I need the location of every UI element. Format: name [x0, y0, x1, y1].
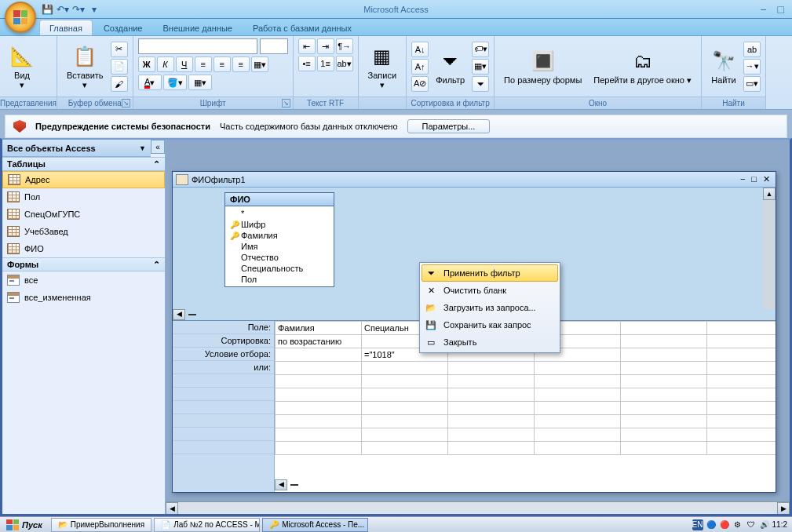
underline-button[interactable]: Ч	[176, 56, 193, 72]
undo-icon[interactable]: ↶▾	[57, 3, 69, 16]
clear-sort-button[interactable]: A⊘	[411, 76, 429, 92]
nav-table-item[interactable]: СпецОмГУПС	[2, 206, 165, 223]
ctx-load-from-query[interactable]: 📂 Загрузить из запроса...	[422, 299, 558, 316]
selection-filter-button[interactable]: 🏷▾	[472, 42, 489, 57]
copy-icon[interactable]: 📄	[111, 59, 128, 75]
tray-icon[interactable]: ⚙	[732, 519, 743, 530]
replace-button[interactable]: ab	[743, 42, 761, 57]
tab-create[interactable]: Создание	[94, 20, 152, 35]
fit-form-icon: 🔳	[531, 49, 556, 74]
taskbar-button[interactable]: 📄Лаб №2 по ACCESS - Mi...	[154, 518, 260, 532]
field-item[interactable]: 🔑Фамилия	[225, 230, 334, 241]
tab-home[interactable]: Главная	[39, 20, 93, 35]
field-item[interactable]: 🔑Шифр	[225, 219, 334, 230]
table-box-fio[interactable]: ФИО * 🔑Шифр🔑ФамилияИмяОтчествоСпециально…	[224, 192, 334, 287]
nav-section-forms[interactable]: Формы⌃	[2, 257, 165, 271]
italic-button[interactable]: К	[157, 56, 174, 72]
field-item[interactable]: Пол	[225, 274, 334, 285]
group-window: Окно	[495, 97, 701, 109]
nav-section-tables[interactable]: Таблицы⌃	[2, 157, 165, 171]
bullets-button[interactable]: •≡	[298, 56, 316, 71]
field-star[interactable]: *	[225, 208, 334, 219]
align-right-button[interactable]: ≡	[232, 56, 250, 72]
switch-window-button[interactable]: 🗂 Перейти в другое окно ▾	[589, 47, 696, 86]
main-workspace: Все объекты Access▼ « Таблицы⌃ АдресПолС…	[0, 138, 792, 516]
clipboard-launcher[interactable]: ↘	[122, 99, 130, 107]
paste-button[interactable]: 📋 Вставить▾	[62, 42, 108, 91]
alternate-fill-button[interactable]: ▦▾	[188, 75, 212, 90]
records-button[interactable]: ▦ Записи▾	[363, 42, 402, 91]
grid-hscroll-left[interactable]: ◀	[275, 479, 287, 490]
start-button[interactable]: Пуск	[0, 519, 49, 530]
ltr-button[interactable]: ¶→	[336, 38, 353, 54]
format-painter-icon[interactable]: 🖌	[111, 76, 128, 92]
subwin-minimize[interactable]: −	[738, 174, 747, 184]
advanced-filter-button[interactable]: ▦▾	[472, 59, 489, 75]
minimize-button[interactable]: −	[757, 3, 769, 16]
numbering-button[interactable]: 1≡	[317, 56, 334, 71]
font-size-input[interactable]	[260, 38, 288, 54]
ctx-close[interactable]: ▭ Закрыть	[422, 333, 558, 351]
taskbar-button[interactable]: 🔑Microsoft Access - Пе...	[262, 518, 368, 532]
ribbon-tabs: Главная Создание Внешние данные Работа с…	[0, 19, 792, 36]
toggle-filter-button[interactable]: ⏷	[472, 76, 489, 92]
tray-icon[interactable]: 🔵	[706, 519, 717, 530]
tray-icon[interactable]: 🔴	[719, 519, 730, 530]
goto-button[interactable]: →▾	[743, 59, 761, 75]
ctx-apply-filter[interactable]: ⏷ Применить фильтр	[422, 264, 558, 282]
view-button[interactable]: 📐 Вид▾	[5, 42, 39, 91]
office-button[interactable]	[5, 2, 36, 33]
sort-asc-button[interactable]: A↓	[411, 42, 429, 57]
sort-desc-button[interactable]: A↑	[411, 59, 429, 75]
diagram-hscroll-left[interactable]: ◀	[173, 309, 185, 320]
tray-icon[interactable]: 🔊	[759, 519, 770, 530]
field-item[interactable]: Специальность	[225, 263, 334, 274]
font-name-input[interactable]	[138, 38, 257, 54]
nav-table-item[interactable]: Адрес	[2, 171, 165, 188]
bold-button[interactable]: Ж	[138, 56, 155, 72]
select-button[interactable]: ▭▾	[743, 76, 761, 92]
fit-form-button[interactable]: 🔳 По размеру формы	[499, 47, 586, 86]
security-message: Часть содержимого базы данных отключено	[220, 122, 398, 131]
find-button[interactable]: 🔭 Найти	[706, 47, 741, 86]
highlight-button[interactable]: ab▾	[336, 56, 353, 71]
align-left-button[interactable]: ≡	[195, 56, 212, 72]
nav-form-item[interactable]: все_измененная	[2, 289, 165, 306]
filter-button[interactable]: ⏷ Фильтр	[431, 47, 469, 86]
nav-table-item[interactable]: УчебЗавед	[2, 223, 165, 240]
cut-icon[interactable]: ✂	[111, 42, 128, 57]
font-launcher[interactable]: ↘	[282, 99, 290, 107]
subwin-close[interactable]: ✕	[761, 174, 772, 184]
save-icon[interactable]: 💾	[41, 3, 53, 16]
nav-table-item[interactable]: Пол	[2, 188, 165, 206]
align-center-button[interactable]: ≡	[214, 56, 231, 72]
field-item[interactable]: Имя	[225, 241, 334, 252]
qat-customize-icon[interactable]: ▾	[88, 3, 100, 16]
taskbar-button[interactable]: 📂ПримерВыполнения	[51, 518, 151, 532]
field-item[interactable]: Отчество	[225, 252, 334, 263]
tray-icon[interactable]: 🛡	[746, 519, 757, 530]
subwin-titlebar[interactable]: ФИОфильтр1 − □ ✕	[173, 172, 776, 188]
diagram-vscroll[interactable]: ▲	[763, 188, 776, 309]
tab-external-data[interactable]: Внешние данные	[154, 20, 242, 35]
navigation-pane: Все объекты Access▼ « Таблицы⌃ АдресПолС…	[2, 140, 166, 514]
nav-collapse-button[interactable]: «	[151, 140, 165, 154]
lang-indicator[interactable]: EN	[692, 519, 703, 530]
ctx-save-as-query[interactable]: 💾 Сохранить как запрос	[422, 316, 558, 333]
workspace-hscroll[interactable]: ◀▶	[166, 501, 790, 514]
nav-header[interactable]: Все объекты Access▼	[2, 140, 151, 157]
fill-color-button[interactable]: 🪣▾	[163, 75, 187, 90]
nav-form-item[interactable]: все	[2, 271, 165, 289]
clock[interactable]: 11:2	[772, 520, 787, 529]
restore-button[interactable]: □	[775, 3, 787, 16]
tab-database-tools[interactable]: Работа с базами данных	[243, 20, 361, 35]
decrease-indent-button[interactable]: ⇤	[298, 38, 316, 54]
subwin-maximize[interactable]: □	[749, 174, 759, 184]
increase-indent-button[interactable]: ⇥	[317, 38, 334, 54]
ctx-clear-grid[interactable]: ✕ Очистить бланк	[422, 282, 558, 299]
redo-icon[interactable]: ↷▾	[72, 3, 85, 16]
security-options-button[interactable]: Параметры...	[407, 119, 491, 133]
nav-table-item[interactable]: ФИО	[2, 240, 165, 257]
gridlines-button[interactable]: ▦▾	[251, 56, 268, 72]
font-color-button[interactable]: A▾	[138, 75, 162, 90]
